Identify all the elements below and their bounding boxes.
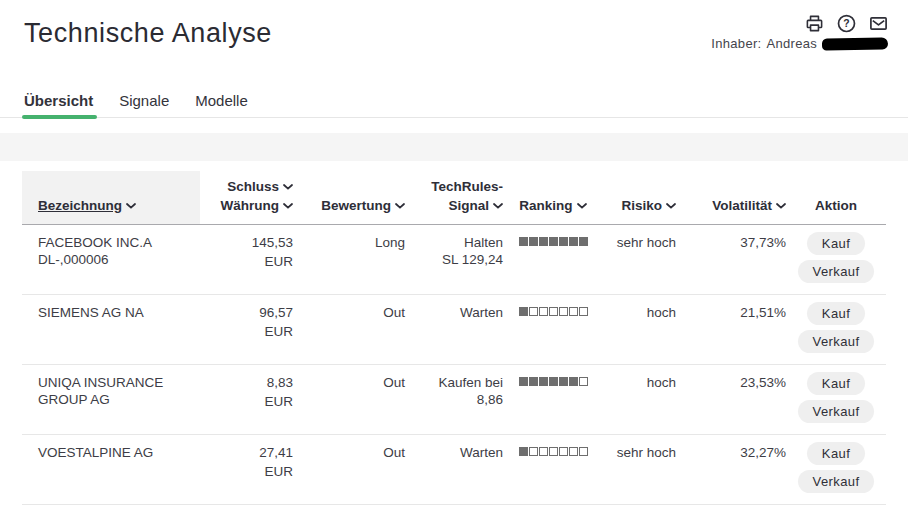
ranking-square-filled — [539, 377, 548, 386]
risiko-value: hoch — [603, 295, 676, 321]
help-icon[interactable]: ? — [837, 14, 856, 33]
section-divider-band — [0, 133, 908, 161]
sort-chevron-icon[interactable] — [493, 203, 503, 209]
tab-uebersicht[interactable]: Übersicht — [24, 92, 93, 117]
column-label: Risiko — [621, 198, 662, 213]
ranking-square-empty — [539, 307, 548, 316]
column-header-aktion: Aktion — [786, 196, 886, 224]
sort-chevron-icon[interactable] — [577, 203, 587, 209]
table-row: SIEMENS AG NA 96,57 EUR Out Warten hoch … — [22, 295, 886, 365]
risiko-value: sehr hoch — [603, 225, 676, 251]
techrules-signal-value: Kaufen bei 8,86 — [405, 365, 503, 408]
bewertung-value: Long — [293, 225, 405, 251]
ranking-square-empty — [559, 447, 568, 456]
owner-label: Inhaber: — [711, 36, 761, 51]
volatilitaet-value: 23,53% — [676, 365, 786, 391]
ranking-indicator — [503, 225, 603, 246]
kauf-button[interactable]: Kauf — [807, 442, 865, 465]
ranking-square-filled — [559, 377, 568, 386]
close-price: 145,53 EUR — [200, 225, 293, 271]
instrument-name: SIEMENS AG NA — [22, 295, 200, 321]
column-label: Bezeichnung — [38, 198, 122, 213]
close-price: 96,57 EUR — [200, 295, 293, 341]
column-header-bezeichnung[interactable]: Bezeichnung — [22, 171, 200, 224]
risiko-value: sehr hoch — [603, 435, 676, 461]
redacted-owner-surname — [822, 37, 888, 50]
volatilitaet-value: 21,51% — [676, 295, 786, 321]
column-label: Aktion — [815, 198, 857, 213]
close-price: 27,41 EUR — [200, 435, 293, 481]
ranking-square-empty — [529, 307, 538, 316]
column-header-bewertung[interactable]: Bewertung — [293, 196, 405, 224]
column-label: TechRules- — [405, 177, 503, 196]
print-icon[interactable] — [805, 14, 824, 33]
bewertung-value: Out — [293, 435, 405, 461]
column-label: Signal — [448, 198, 489, 213]
sort-chevron-icon[interactable] — [283, 184, 293, 190]
column-label: Schluss — [227, 179, 279, 194]
sort-chevron-icon[interactable] — [666, 203, 676, 209]
table-row: FACEBOOK INC.A DL-,000006 145,53 EUR Lon… — [22, 225, 886, 295]
instrument-name: FACEBOOK INC.A DL-,000006 — [22, 225, 200, 268]
ranking-square-filled — [539, 237, 548, 246]
column-label: Ranking — [519, 198, 572, 213]
ranking-square-empty — [569, 307, 578, 316]
analysis-table: Bezeichnung Schluss Währung Bewertung Te… — [22, 171, 886, 505]
tab-modelle[interactable]: Modelle — [195, 92, 248, 117]
instrument-name: UNIQA INSURANCE GROUP AG — [22, 365, 200, 408]
ranking-square-filled — [569, 377, 578, 386]
column-label: Volatilität — [712, 198, 772, 213]
sort-chevron-icon[interactable] — [776, 203, 786, 209]
volatilitaet-value: 37,73% — [676, 225, 786, 251]
kauf-button[interactable]: Kauf — [807, 302, 865, 325]
ranking-square-empty — [559, 307, 568, 316]
verkauf-button[interactable]: Verkauf — [798, 400, 875, 423]
verkauf-button[interactable]: Verkauf — [798, 470, 875, 493]
ranking-square-filled — [569, 237, 578, 246]
owner-name: Andreas — [766, 36, 817, 51]
ranking-square-filled — [559, 237, 568, 246]
column-header-risiko[interactable]: Risiko — [603, 196, 676, 224]
sort-chevron-icon[interactable] — [126, 203, 136, 209]
ranking-square-filled — [519, 447, 528, 456]
ranking-square-empty — [549, 307, 558, 316]
owner-line: Inhaber: Andreas — [711, 36, 888, 51]
ranking-square-filled — [519, 307, 528, 316]
ranking-square-empty — [579, 447, 588, 456]
verkauf-button[interactable]: Verkauf — [798, 330, 875, 353]
ranking-square-filled — [519, 237, 528, 246]
ranking-square-filled — [529, 377, 538, 386]
ranking-square-filled — [549, 237, 558, 246]
sort-chevron-icon[interactable] — [283, 203, 293, 209]
instrument-name: VOESTALPINE AG — [22, 435, 200, 461]
ranking-indicator — [503, 295, 603, 316]
tab-signale[interactable]: Signale — [119, 92, 169, 117]
ranking-square-empty — [579, 307, 588, 316]
ranking-indicator — [503, 365, 603, 386]
techrules-signal-value: Halten SL 129,24 — [405, 225, 503, 268]
risiko-value: hoch — [603, 365, 676, 391]
ranking-square-empty — [569, 447, 578, 456]
ranking-square-filled — [519, 377, 528, 386]
column-label: Bewertung — [321, 198, 391, 213]
table-header-row: Bezeichnung Schluss Währung Bewertung Te… — [22, 171, 886, 225]
verkauf-button[interactable]: Verkauf — [798, 260, 875, 283]
header-toolbar: ? — [805, 14, 888, 33]
column-label: Währung — [221, 198, 280, 213]
svg-text:?: ? — [843, 18, 849, 29]
ranking-square-empty — [529, 447, 538, 456]
action-buttons: Kauf Verkauf — [786, 435, 886, 493]
kauf-button[interactable]: Kauf — [807, 232, 865, 255]
kauf-button[interactable]: Kauf — [807, 372, 865, 395]
column-header-techrules-signal[interactable]: TechRules- Signal — [405, 177, 503, 224]
volatilitaet-value: 32,27% — [676, 435, 786, 461]
tab-bar: Übersicht Signale Modelle — [0, 92, 908, 118]
column-header-ranking[interactable]: Ranking — [503, 196, 603, 224]
techrules-signal-value: Warten — [405, 295, 503, 321]
table-row: UNIQA INSURANCE GROUP AG 8,83 EUR Out Ka… — [22, 365, 886, 435]
column-header-schluss-waehrung[interactable]: Schluss Währung — [200, 177, 293, 224]
column-header-volatilitaet[interactable]: Volatilität — [676, 196, 786, 224]
sort-chevron-icon[interactable] — [395, 203, 405, 209]
mail-icon[interactable] — [869, 14, 888, 33]
ranking-square-empty — [579, 377, 588, 386]
